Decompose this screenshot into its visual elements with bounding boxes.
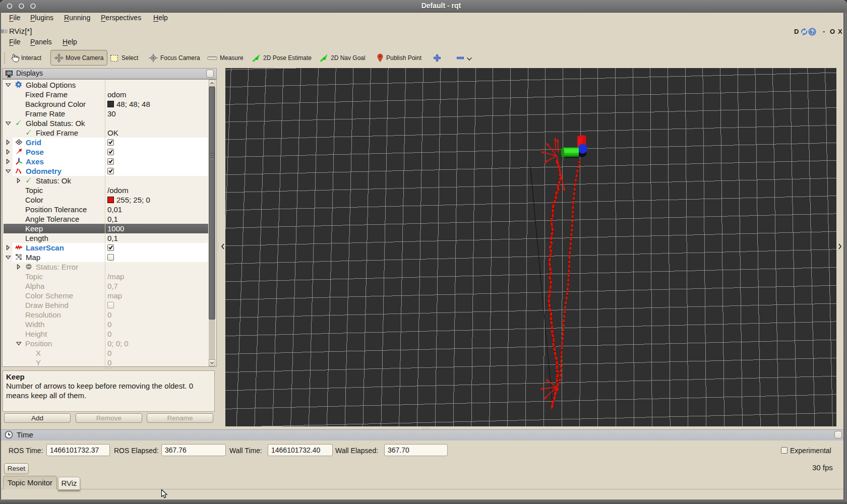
svg-text:?: ? — [811, 29, 814, 35]
